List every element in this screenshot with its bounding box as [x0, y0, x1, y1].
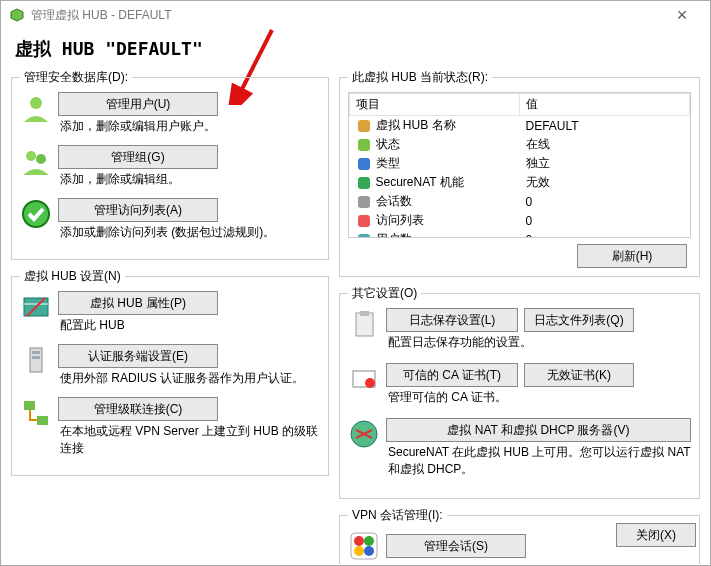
app-icon [9, 7, 25, 23]
svg-rect-24 [356, 313, 373, 336]
ca-button[interactable]: 可信的 CA 证书(T) [386, 363, 518, 387]
auth-server-icon [20, 344, 52, 376]
invalid-cert-button[interactable]: 无效证书(K) [524, 363, 634, 387]
svg-rect-25 [360, 311, 369, 316]
svg-rect-12 [24, 401, 35, 410]
svg-rect-16 [358, 158, 370, 170]
refresh-button[interactable]: 刷新(H) [577, 244, 687, 268]
svg-rect-19 [358, 215, 370, 227]
table-row[interactable]: 访问列表0 [350, 211, 690, 230]
acl-icon [20, 198, 52, 230]
type-icon [356, 156, 372, 172]
table-row[interactable]: 类型独立 [350, 154, 690, 173]
svg-rect-29 [351, 533, 377, 559]
cascade-desc: 在本地或远程 VPN Server 上建立到 HUB 的级联连接 [58, 421, 320, 463]
deny-icon [356, 213, 372, 229]
cube-icon [356, 118, 372, 134]
titlebar: 管理虚拟 HUB - DEFAULT × [1, 1, 710, 29]
log-desc: 配置日志保存功能的设置。 [386, 332, 691, 357]
count-icon [356, 194, 372, 210]
dialog-window: 管理虚拟 HUB - DEFAULT × 虚拟 HUB "DEFAULT" 管理… [0, 0, 711, 566]
other-settings-legend: 其它设置(O) [348, 285, 421, 302]
manage-groups-desc: 添加，删除或编辑组。 [58, 169, 320, 194]
svg-point-2 [30, 97, 42, 109]
svg-point-4 [36, 154, 46, 164]
table-row[interactable]: 状态在线 [350, 135, 690, 154]
svg-rect-10 [32, 351, 40, 354]
nat-desc: SecureNAT 在此虚拟 HUB 上可用。您可以运行虚拟 NAT 和虚拟 D… [386, 442, 691, 484]
table-row[interactable]: SecureNAT 机能无效 [350, 173, 690, 192]
svg-rect-11 [32, 356, 40, 359]
auth-server-button[interactable]: 认证服务端设置(E) [58, 344, 218, 368]
col-value[interactable]: 值 [520, 94, 690, 116]
cascade-button[interactable]: 管理级联连接(C) [58, 397, 218, 421]
status-group: 此虚拟 HUB 当前状态(R): 项目 值 虚拟 HUB 名称DEFAULT状态… [339, 69, 700, 277]
window-title: 管理虚拟 HUB - DEFAULT [31, 1, 662, 29]
security-group: 管理安全数据库(D): 管理用户(U) 添加，删除或编辑用户账户。 管理组(G)… [11, 69, 329, 260]
cascade-icon [20, 397, 52, 429]
log-list-button[interactable]: 日志文件列表(Q) [524, 308, 634, 332]
hub-settings-legend: 虚拟 HUB 设置(N) [20, 268, 125, 285]
svg-point-30 [354, 536, 364, 546]
svg-point-33 [364, 546, 374, 556]
svg-marker-0 [11, 9, 23, 21]
manage-acl-desc: 添加或删除访问列表 (数据包过滤规则)。 [58, 222, 320, 247]
user-icon [20, 92, 52, 124]
table-row[interactable]: 用户数0 [350, 230, 690, 238]
svg-point-3 [26, 151, 36, 161]
manage-sessions-button[interactable]: 管理会话(S) [386, 534, 526, 558]
page-title: 虚拟 HUB "DEFAULT" [11, 35, 700, 67]
status-legend: 此虚拟 HUB 当前状态(R): [348, 69, 492, 86]
close-button[interactable]: 关闭(X) [616, 523, 696, 547]
auth-server-desc: 使用外部 RADIUS 认证服务器作为用户认证。 [58, 368, 320, 393]
sessions-icon [348, 530, 380, 562]
hub-settings-group: 虚拟 HUB 设置(N) 虚拟 HUB 属性(P) 配置此 HUB 认证服务端设… [11, 268, 329, 476]
nat-button[interactable]: 虚拟 NAT 和虚拟 DHCP 服务器(V) [386, 418, 691, 442]
manage-users-desc: 添加，删除或编辑用户账户。 [58, 116, 320, 141]
status-icon [356, 137, 372, 153]
vpn-session-legend: VPN 会话管理(I): [348, 507, 447, 524]
log-settings-button[interactable]: 日志保存设置(L) [386, 308, 518, 332]
router-icon [348, 418, 380, 450]
security-legend: 管理安全数据库(D): [20, 69, 132, 86]
svg-rect-15 [358, 139, 370, 151]
cert-icon [348, 363, 380, 395]
hub-props-button[interactable]: 虚拟 HUB 属性(P) [58, 291, 218, 315]
svg-rect-17 [358, 177, 370, 189]
close-icon[interactable]: × [662, 1, 702, 29]
clipboard-icon [348, 308, 380, 340]
svg-point-31 [364, 536, 374, 546]
manage-acl-button[interactable]: 管理访问列表(A) [58, 198, 218, 222]
snat-icon [356, 175, 372, 191]
col-item[interactable]: 项目 [350, 94, 520, 116]
table-row[interactable]: 虚拟 HUB 名称DEFAULT [350, 116, 690, 136]
table-row[interactable]: 会话数0 [350, 192, 690, 211]
svg-rect-18 [358, 196, 370, 208]
svg-rect-14 [358, 120, 370, 132]
svg-point-27 [365, 378, 375, 388]
svg-rect-13 [37, 416, 48, 425]
svg-point-32 [354, 546, 364, 556]
other-settings-group: 其它设置(O) 日志保存设置(L) 日志文件列表(Q) 配置日志保存功能的设置。 [339, 285, 700, 499]
hub-props-desc: 配置此 HUB [58, 315, 320, 340]
manage-groups-button[interactable]: 管理组(G) [58, 145, 218, 169]
hub-props-icon [20, 291, 52, 323]
group-icon [20, 145, 52, 177]
ca-desc: 管理可信的 CA 证书。 [386, 387, 691, 412]
status-table[interactable]: 项目 值 虚拟 HUB 名称DEFAULT状态在线类型独立SecureNAT 机… [348, 92, 691, 238]
manage-users-button[interactable]: 管理用户(U) [58, 92, 218, 116]
